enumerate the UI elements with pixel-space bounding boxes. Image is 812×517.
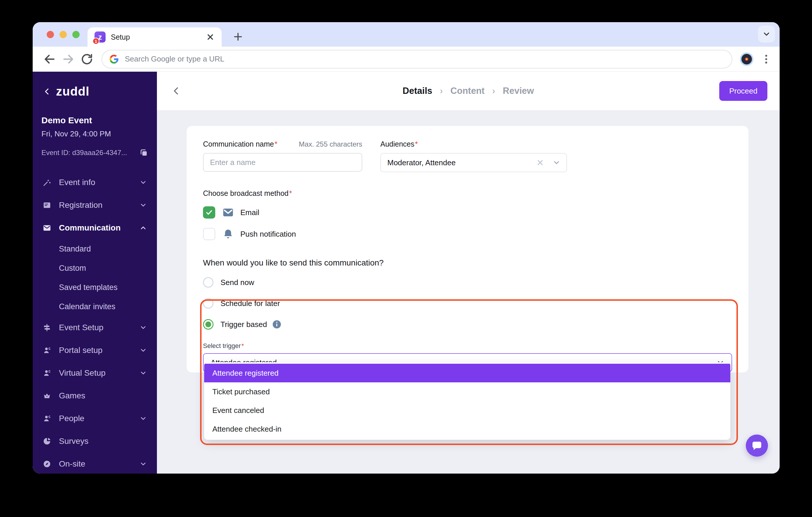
sidebar-item-standard[interactable]: Standard [33, 239, 157, 258]
clear-icon[interactable] [536, 158, 544, 167]
breadcrumb-content[interactable]: Content [450, 86, 485, 96]
sidebar-item-games[interactable]: Games [33, 385, 157, 407]
pie-chart-icon [42, 437, 51, 446]
tab-close-icon[interactable] [206, 33, 215, 41]
event-name: Demo Event [41, 115, 157, 125]
back-chevron-button[interactable] [171, 86, 181, 96]
communication-name-input[interactable] [203, 153, 362, 172]
sidebar-nav: Event info Registration Communication St… [33, 171, 157, 474]
sidebar-item-communication[interactable]: Communication [33, 216, 157, 239]
trigger-based-radio[interactable] [203, 319, 213, 330]
broadcast-method-label: Choose broadcast method* [203, 189, 732, 197]
sidebar-item-portal-setup[interactable]: Portal setup [33, 339, 157, 362]
chevron-left-icon[interactable] [42, 87, 51, 96]
dropdown-option-ticket-purchased[interactable]: Ticket purchased [204, 383, 730, 401]
email-checkbox[interactable] [203, 206, 215, 219]
zuddl-favicon: z 1 [94, 31, 106, 42]
dropdown-option-attendee-registered[interactable]: Attendee registered [204, 364, 730, 383]
sidebar: zuddl Demo Event Fri, Nov 29, 4:00 PM Ev… [33, 72, 157, 474]
sidebar-item-saved-templates[interactable]: Saved templates [33, 278, 157, 297]
communication-name-label: Communication name* [203, 140, 278, 148]
send-now-radio[interactable] [203, 277, 213, 287]
chat-bubble-icon [751, 440, 762, 451]
select-trigger-label: Select trigger* [203, 342, 732, 350]
sidebar-item-surveys[interactable]: Surveys [33, 430, 157, 453]
push-notification-checkbox[interactable] [203, 228, 215, 240]
reload-button[interactable] [81, 53, 93, 66]
sidebar-item-custom[interactable]: Custom [33, 258, 157, 278]
breadcrumb: Details › Content › Review [403, 86, 534, 96]
chevron-down-icon [139, 415, 147, 422]
browser-toolbar: Search Google or type a URL [33, 47, 780, 72]
browser-menu-button[interactable] [760, 53, 772, 65]
tab-strip: z 1 Setup [33, 22, 780, 47]
send-now-row: Send now [203, 276, 732, 288]
info-icon[interactable] [272, 320, 282, 329]
zuddl-logo: zuddl [56, 85, 90, 98]
schedule-for-later-radio[interactable] [203, 298, 213, 309]
compass-icon [42, 460, 51, 468]
max-characters-hint: Max. 255 characters [299, 140, 362, 148]
sidebar-item-people[interactable]: People [33, 407, 157, 430]
person-icon [42, 369, 51, 377]
chevron-up-icon [139, 224, 147, 232]
notification-badge: 1 [92, 38, 99, 44]
minimize-window-button[interactable] [59, 31, 67, 38]
push-option-row: Push notification [203, 227, 732, 241]
dropdown-option-event-canceled[interactable]: Event canceled [204, 401, 730, 420]
sidebar-item-virtual-setup[interactable]: Virtual Setup [33, 362, 157, 385]
browser-tab-setup[interactable]: z 1 Setup [87, 27, 222, 47]
maximize-window-button[interactable] [72, 31, 80, 38]
chevron-down-icon [139, 460, 147, 468]
email-option-row: Email [203, 206, 732, 219]
chevron-down-icon [139, 202, 147, 209]
forward-button[interactable] [62, 53, 75, 66]
sidebar-item-registration[interactable]: Registration [33, 194, 157, 216]
chat-fab-button[interactable] [746, 434, 768, 457]
address-placeholder: Search Google or type a URL [125, 55, 224, 64]
chevron-down-icon [139, 369, 147, 377]
breadcrumb-review[interactable]: Review [503, 86, 534, 96]
new-tab-button[interactable] [232, 31, 244, 42]
person-icon [42, 346, 51, 355]
form-icon [42, 201, 51, 210]
mail-icon [42, 223, 51, 232]
trigger-based-row: Trigger based [203, 318, 732, 331]
mail-icon [222, 207, 234, 218]
logo-back-row[interactable]: zuddl [42, 85, 157, 98]
sidebar-item-event-setup[interactable]: Event Setup [33, 316, 157, 339]
event-id: Event ID: d39aaa26-4347... [41, 149, 127, 157]
audiences-select[interactable]: Moderator, Attendee [380, 153, 567, 172]
sidebar-item-calendar-invites[interactable]: Calendar invites [33, 297, 157, 316]
crown-icon [42, 391, 51, 400]
close-window-button[interactable] [47, 31, 54, 38]
bell-icon [222, 228, 234, 240]
browser-window: z 1 Setup Search Google or type a URL zu… [33, 22, 780, 474]
chevron-down-icon [139, 324, 147, 331]
sidebar-item-event-info[interactable]: Event info [33, 171, 157, 194]
trigger-dropdown-menu: Attendee registered Ticket purchased Eve… [204, 362, 730, 440]
chevron-down-icon [139, 346, 147, 354]
audiences-label: Audiences* [380, 140, 418, 148]
event-datetime: Fri, Nov 29, 4:00 PM [41, 129, 157, 139]
check-icon [205, 209, 213, 216]
page-header: Details › Content › Review Proceed [157, 72, 780, 110]
person-icon [42, 414, 51, 423]
window-controls[interactable] [47, 31, 80, 38]
signpost-icon [42, 323, 51, 332]
tab-search-chevron-button[interactable] [758, 26, 775, 42]
address-bar[interactable]: Search Google or type a URL [102, 50, 732, 68]
send-timing-question: When would you like to send this communi… [203, 258, 732, 268]
back-button[interactable] [43, 53, 56, 66]
dropdown-option-attendee-checked-in[interactable]: Attendee checked-in [204, 420, 730, 438]
profile-avatar[interactable] [740, 53, 753, 66]
schedule-later-row: Schedule for later [203, 297, 732, 309]
breadcrumb-details[interactable]: Details [403, 86, 432, 96]
communication-form-card: Communication name* Max. 255 characters … [187, 126, 748, 372]
sidebar-item-on-site[interactable]: On-site [33, 453, 157, 474]
page-content: Communication name* Max. 255 characters … [157, 110, 780, 474]
chevron-down-icon [552, 158, 560, 167]
copy-icon[interactable] [139, 148, 148, 157]
proceed-button[interactable]: Proceed [719, 81, 767, 101]
tab-title: Setup [111, 33, 206, 41]
